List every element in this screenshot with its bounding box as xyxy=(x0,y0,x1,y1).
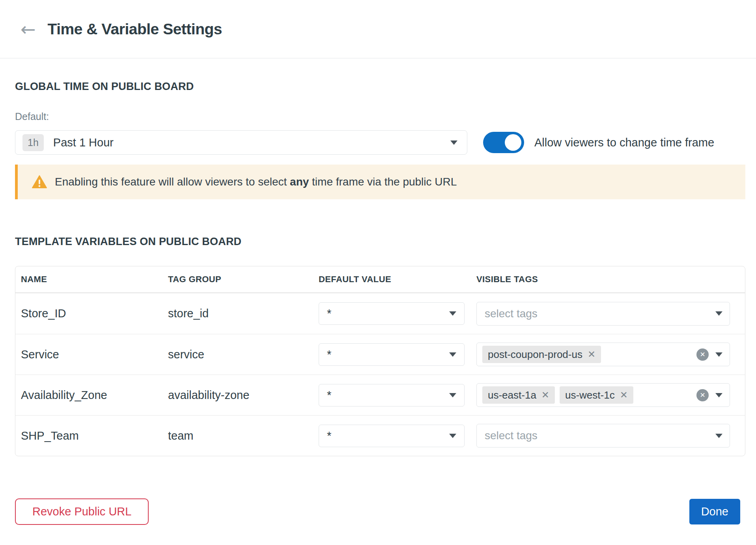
warning-text: Enabling this feature will allow viewers… xyxy=(55,176,457,188)
table-row: Store_ID store_id * select tags xyxy=(15,293,745,334)
template-variables-heading: TEMPLATE VARIABLES ON PUBLIC BOARD xyxy=(15,236,745,248)
page-title: Time & Variable Settings xyxy=(48,21,222,38)
variable-name: Service xyxy=(21,348,168,361)
time-badge: 1h xyxy=(22,134,44,151)
variable-tag-group: availability-zone xyxy=(168,389,319,402)
default-value-select[interactable]: * xyxy=(319,343,465,366)
tag-chip: us-west-1c ✕ xyxy=(560,386,633,404)
chevron-down-icon xyxy=(715,393,722,397)
chevron-down-icon xyxy=(715,311,722,316)
visible-tags-placeholder: select tags xyxy=(485,429,538,442)
tag-chip-label: us-east-1a xyxy=(488,389,536,401)
chevron-down-icon xyxy=(715,352,722,357)
back-button[interactable]: ← xyxy=(21,20,36,38)
table-row: Service service * post-coupon-prod-us ✕ … xyxy=(15,334,745,375)
variable-name: SHP_Team xyxy=(21,429,168,442)
default-value-select[interactable]: * xyxy=(319,425,465,447)
chevron-down-icon xyxy=(449,393,456,397)
visible-tags-select[interactable]: select tags xyxy=(476,424,730,448)
tag-chip: post-coupon-prod-us ✕ xyxy=(482,346,601,363)
chevron-down-icon xyxy=(449,434,456,438)
variable-name: Availability_Zone xyxy=(21,389,168,402)
visible-tags-select[interactable]: select tags xyxy=(476,302,730,326)
global-time-heading: GLOBAL TIME ON PUBLIC BOARD xyxy=(15,81,745,93)
remove-tag-icon[interactable]: ✕ xyxy=(588,349,595,360)
visible-tags-select[interactable]: post-coupon-prod-us ✕ ✕ xyxy=(476,343,730,366)
allow-change-timeframe-toggle[interactable] xyxy=(483,132,524,153)
column-header-name: NAME xyxy=(21,274,168,285)
tag-chip-label: post-coupon-prod-us xyxy=(488,348,582,361)
table-header-row: NAME TAG GROUP DEFAULT VALUE VISIBLE TAG… xyxy=(15,266,745,293)
time-value: Past 1 Hour xyxy=(53,136,114,149)
dialog-footer: Revoke Public URL Done xyxy=(15,498,745,525)
default-value-select[interactable]: * xyxy=(319,384,465,406)
tag-chip: us-east-1a ✕ xyxy=(482,386,555,404)
remove-tag-icon[interactable]: ✕ xyxy=(620,390,628,401)
table-row: Availability_Zone availability-zone * us… xyxy=(15,375,745,415)
chevron-down-icon xyxy=(450,140,457,145)
warning-banner: Enabling this feature will allow viewers… xyxy=(15,165,745,199)
default-value: * xyxy=(327,389,331,402)
default-value: * xyxy=(327,348,331,361)
variable-tag-group: team xyxy=(168,429,319,442)
default-value: * xyxy=(327,307,331,320)
variable-name: Store_ID xyxy=(21,307,168,320)
clear-all-tags-icon[interactable]: ✕ xyxy=(696,348,709,361)
chevron-down-icon xyxy=(449,352,456,357)
done-button[interactable]: Done xyxy=(689,499,740,524)
column-header-tag-group: TAG GROUP xyxy=(168,274,319,285)
template-variables-table: NAME TAG GROUP DEFAULT VALUE VISIBLE TAG… xyxy=(15,266,745,456)
remove-tag-icon[interactable]: ✕ xyxy=(541,390,549,401)
default-value-select[interactable]: * xyxy=(319,302,465,325)
warning-icon xyxy=(32,175,47,189)
default-label: Default: xyxy=(15,111,745,122)
default-value: * xyxy=(327,429,331,442)
variable-tag-group: service xyxy=(168,348,319,361)
visible-tags-select[interactable]: us-east-1a ✕ us-west-1c ✕ ✕ xyxy=(476,383,730,407)
chevron-down-icon xyxy=(715,434,722,438)
table-row: SHP_Team team * select tags xyxy=(15,415,745,456)
variable-tag-group: store_id xyxy=(168,307,319,320)
revoke-public-url-button[interactable]: Revoke Public URL xyxy=(15,498,149,525)
dialog-header: ← Time & Variable Settings xyxy=(0,0,756,58)
visible-tags-placeholder: select tags xyxy=(485,307,538,320)
time-frame-select[interactable]: 1h Past 1 Hour xyxy=(15,130,467,155)
tag-chip-label: us-west-1c xyxy=(565,389,615,401)
clear-all-tags-icon[interactable]: ✕ xyxy=(696,389,709,401)
chevron-down-icon xyxy=(449,311,456,316)
toggle-label: Allow viewers to change time frame xyxy=(534,136,714,149)
toggle-knob xyxy=(505,134,521,151)
column-header-default-value: DEFAULT VALUE xyxy=(319,274,476,285)
column-header-visible-tags: VISIBLE TAGS xyxy=(476,274,730,285)
